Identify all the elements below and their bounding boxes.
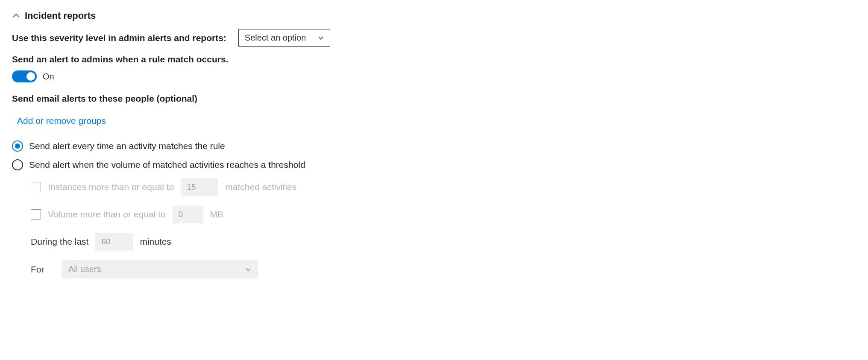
radio-threshold-label: Send alert when the volume of matched ac… — [29, 160, 305, 170]
for-select[interactable]: All users — [62, 260, 258, 278]
alert-admins-label: Send an alert to admins when a rule matc… — [12, 54, 856, 64]
radio-every-time-label: Send alert every time an activity matche… — [29, 141, 225, 151]
volume-input[interactable] — [173, 205, 203, 223]
alert-toggle[interactable] — [12, 70, 37, 82]
severity-label: Use this severity level in admin alerts … — [12, 33, 226, 43]
chevron-up-icon — [12, 12, 21, 20]
for-select-value: All users — [68, 264, 101, 274]
section-title: Incident reports — [25, 10, 96, 21]
email-alerts-label: Send email alerts to these people (optio… — [12, 94, 856, 104]
during-unit: minutes — [140, 237, 171, 247]
add-remove-groups-link[interactable]: Add or remove groups — [17, 116, 106, 126]
instances-input[interactable] — [181, 178, 218, 196]
during-input[interactable] — [95, 233, 133, 251]
severity-select-placeholder: Select an option — [245, 33, 306, 43]
volume-unit: MB — [210, 209, 224, 220]
volume-label: Volume more than or equal to — [48, 209, 166, 220]
radio-icon-unselected — [12, 159, 23, 170]
chevron-down-icon — [245, 266, 251, 272]
severity-select[interactable]: Select an option — [238, 29, 330, 47]
instances-suffix: matched activities — [225, 182, 296, 192]
radio-every-time[interactable]: Send alert every time an activity matche… — [12, 140, 856, 152]
alert-toggle-state: On — [43, 72, 54, 82]
volume-checkbox[interactable] — [31, 209, 41, 220]
toggle-knob — [26, 72, 35, 81]
instances-checkbox[interactable] — [31, 182, 41, 192]
chevron-down-icon — [318, 35, 324, 41]
during-label: During the last — [31, 237, 88, 247]
radio-threshold[interactable]: Send alert when the volume of matched ac… — [12, 159, 856, 170]
radio-icon-selected — [12, 140, 23, 152]
section-toggle[interactable]: Incident reports — [12, 10, 856, 21]
instances-label: Instances more than or equal to — [48, 182, 174, 192]
for-label: For — [31, 264, 55, 275]
